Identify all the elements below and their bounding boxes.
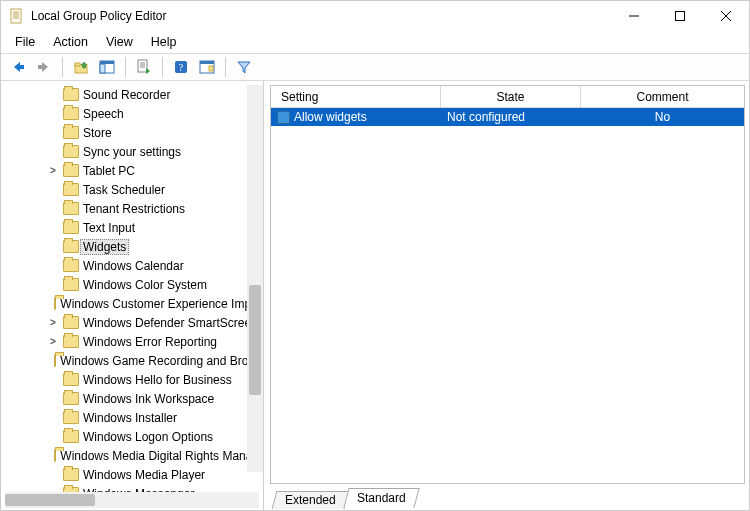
grid-body[interactable]: Allow widgetsNot configuredNo xyxy=(271,108,744,483)
window-title: Local Group Policy Editor xyxy=(31,9,611,23)
settings-grid: Setting State Comment Allow widgetsNot c… xyxy=(270,85,745,484)
tree-pane: ›Sound Recorder›Speech›Store›Sync your s… xyxy=(1,81,264,510)
tree-item-label: Windows Media Digital Rights Management xyxy=(60,448,263,464)
tree-item[interactable]: ›Speech xyxy=(1,104,263,123)
menubar: File Action View Help xyxy=(1,31,749,53)
svg-rect-13 xyxy=(100,64,105,73)
folder-icon xyxy=(63,221,79,234)
tree-item-label: Tenant Restrictions xyxy=(83,201,185,217)
tree-item[interactable]: ›Store xyxy=(1,123,263,142)
close-button[interactable] xyxy=(703,1,749,31)
folder-icon xyxy=(63,145,79,158)
tree-item[interactable]: >Tablet PC xyxy=(1,161,263,180)
app-icon xyxy=(9,8,25,24)
folder-icon xyxy=(63,278,79,291)
folder-icon xyxy=(63,411,79,424)
tree-item[interactable]: ›Windows Logon Options xyxy=(1,427,263,446)
tree[interactable]: ›Sound Recorder›Speech›Store›Sync your s… xyxy=(1,85,263,492)
tree-item[interactable]: ›Windows Ink Workspace xyxy=(1,389,263,408)
minimize-button[interactable] xyxy=(611,1,657,31)
scrollbar-thumb[interactable] xyxy=(5,494,95,506)
tree-item[interactable]: ›Sound Recorder xyxy=(1,85,263,104)
forward-button[interactable] xyxy=(33,56,55,78)
properties-button[interactable] xyxy=(196,56,218,78)
show-hide-tree-button[interactable] xyxy=(96,56,118,78)
folder-icon xyxy=(54,354,56,367)
tree-item[interactable]: ›Windows Messenger xyxy=(1,484,263,492)
chevron-right-icon[interactable]: > xyxy=(47,336,59,347)
menu-help[interactable]: Help xyxy=(143,33,185,51)
folder-icon xyxy=(63,202,79,215)
policy-setting-icon xyxy=(277,111,290,124)
folder-icon xyxy=(63,373,79,386)
tree-item-label: Windows Hello for Business xyxy=(83,372,232,388)
tree-item[interactable]: ›Sync your settings xyxy=(1,142,263,161)
tab-standard[interactable]: Standard xyxy=(343,488,419,508)
folder-icon xyxy=(63,164,79,177)
tree-item-label: Windows Installer xyxy=(83,410,177,426)
tree-item-label: Windows Error Reporting xyxy=(83,334,217,350)
folder-icon xyxy=(63,126,79,139)
maximize-button[interactable] xyxy=(657,1,703,31)
folder-icon xyxy=(63,335,79,348)
tree-item-label: Windows Color System xyxy=(83,277,207,293)
svg-rect-22 xyxy=(209,66,213,71)
tree-item[interactable]: ›Widgets xyxy=(1,237,263,256)
tree-item-label: Windows Calendar xyxy=(83,258,184,274)
scrollbar-thumb[interactable] xyxy=(249,285,261,395)
folder-icon xyxy=(63,468,79,481)
tab-extended[interactable]: Extended xyxy=(272,491,350,509)
tree-vertical-scrollbar[interactable] xyxy=(247,85,263,472)
column-header-setting[interactable]: Setting xyxy=(271,86,441,108)
toolbar-separator xyxy=(62,57,63,77)
tree-item[interactable]: ›Windows Color System xyxy=(1,275,263,294)
folder-icon xyxy=(54,449,56,462)
tree-item-label: Store xyxy=(83,125,112,141)
tree-item[interactable]: ›Task Scheduler xyxy=(1,180,263,199)
tree-item-label: Windows Game Recording and Broadcasting xyxy=(60,353,263,369)
tree-item[interactable]: >Windows Defender SmartScreen xyxy=(1,313,263,332)
back-button[interactable] xyxy=(7,56,29,78)
tree-item-label: Tablet PC xyxy=(83,163,135,179)
filter-button[interactable] xyxy=(233,56,255,78)
tree-item[interactable]: >Windows Error Reporting xyxy=(1,332,263,351)
tree-item[interactable]: ›Windows Media Player xyxy=(1,465,263,484)
tree-item[interactable]: ›Windows Media Digital Rights Management xyxy=(1,446,263,465)
svg-text:?: ? xyxy=(179,62,184,73)
tree-item[interactable]: ›Windows Game Recording and Broadcasting xyxy=(1,351,263,370)
chevron-right-icon[interactable]: > xyxy=(47,317,59,328)
tree-horizontal-scrollbar[interactable] xyxy=(5,492,259,508)
chevron-right-icon[interactable]: > xyxy=(47,165,59,176)
tree-item[interactable]: ›Windows Installer xyxy=(1,408,263,427)
tree-item-label: Sync your settings xyxy=(83,144,181,160)
folder-icon xyxy=(63,183,79,196)
folder-icon xyxy=(63,430,79,443)
cell-comment: No xyxy=(581,110,744,124)
grid-row[interactable]: Allow widgetsNot configuredNo xyxy=(271,108,744,126)
tree-item[interactable]: ›Tenant Restrictions xyxy=(1,199,263,218)
up-level-button[interactable] xyxy=(70,56,92,78)
folder-icon xyxy=(63,107,79,120)
folder-icon xyxy=(63,88,79,101)
menu-view[interactable]: View xyxy=(98,33,141,51)
grid-header: Setting State Comment xyxy=(271,86,744,108)
tree-item-label: Sound Recorder xyxy=(83,87,170,103)
toolbar-separator xyxy=(162,57,163,77)
folder-icon xyxy=(63,240,79,253)
tree-item[interactable]: ›Windows Customer Experience Improvement… xyxy=(1,294,263,313)
help-button[interactable]: ? xyxy=(170,56,192,78)
menu-action[interactable]: Action xyxy=(45,33,96,51)
tree-item[interactable]: ›Windows Hello for Business xyxy=(1,370,263,389)
settings-pane: Setting State Comment Allow widgetsNot c… xyxy=(264,81,749,510)
tree-item-label: Text Input xyxy=(83,220,135,236)
tree-item-label: Windows Defender SmartScreen xyxy=(83,315,258,331)
menu-file[interactable]: File xyxy=(7,33,43,51)
column-header-state[interactable]: State xyxy=(441,86,581,108)
tree-item[interactable]: ›Windows Calendar xyxy=(1,256,263,275)
cell-state: Not configured xyxy=(441,110,581,124)
toolbar-separator xyxy=(225,57,226,77)
export-list-button[interactable] xyxy=(133,56,155,78)
column-header-comment[interactable]: Comment xyxy=(581,86,744,108)
tree-item[interactable]: ›Text Input xyxy=(1,218,263,237)
folder-icon xyxy=(54,297,56,310)
